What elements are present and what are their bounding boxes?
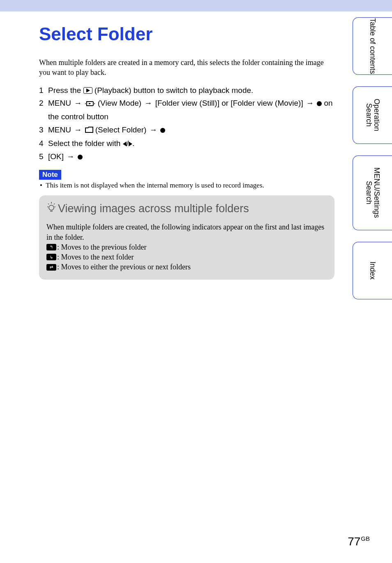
step-text: (View Mode)	[98, 99, 141, 107]
playback-icon	[83, 87, 92, 94]
center-button-icon	[78, 155, 83, 160]
step-body: MENU → (View Mode) → [Folder view (Still…	[48, 97, 334, 123]
page-region: GB	[361, 535, 370, 542]
right-arrow-icon	[129, 141, 132, 146]
period: .	[132, 139, 134, 148]
side-nav: Table of contents Operation Search MENU/…	[353, 17, 392, 299]
step-text: [OK]	[48, 152, 64, 161]
step-number: 4	[39, 137, 48, 149]
arrow-icon: →	[74, 125, 82, 134]
page-number: 77GB	[348, 535, 370, 548]
note-text: This item is not displayed when the inte…	[46, 181, 264, 189]
tab-menu-settings-search[interactable]: MENU/Settings Search	[353, 155, 392, 230]
step-number: 2	[39, 97, 48, 123]
folder-icon	[85, 125, 93, 137]
view-mode-icon	[85, 99, 96, 111]
tip-body: When multiple folders are created, the f…	[46, 222, 327, 272]
prev-folder-icon: ↰	[46, 244, 56, 250]
step-body: MENU → (Select Folder) →	[48, 124, 334, 137]
step-3: 3 MENU → (Select Folder) →	[39, 124, 334, 137]
tip-box: Viewing images across multiple folders W…	[39, 195, 334, 279]
step-text: Select the folder with	[48, 139, 123, 148]
indicator-text: : Moves to either the previous or next f…	[57, 262, 191, 272]
tab-table-of-contents[interactable]: Table of contents	[353, 17, 392, 75]
page-number-value: 77	[348, 535, 360, 548]
note-bullet: • This item is not displayed when the in…	[40, 181, 334, 190]
tab-operation-search[interactable]: Operation Search	[353, 86, 392, 144]
step-number: 3	[39, 124, 48, 137]
step-5: 5 [OK] →	[39, 151, 334, 162]
both-folder-icon: ⇄	[46, 264, 56, 271]
step-number: 1	[39, 84, 48, 96]
arrow-icon: →	[150, 125, 157, 134]
center-button-icon	[160, 128, 165, 133]
step-number: 5	[39, 151, 48, 162]
main-content: Select Folder When multiple folders are …	[0, 12, 392, 280]
step-2: 2 MENU → (View Mode) → [Folder view (Sti…	[39, 97, 334, 123]
step-text: Press the	[48, 86, 83, 95]
step-text: MENU	[48, 99, 71, 107]
left-arrow-icon	[123, 141, 127, 146]
svg-point-0	[49, 205, 54, 210]
step-text: [Folder view (Still)] or [Folder view (M…	[155, 99, 303, 107]
tip-title-text: Viewing images across multiple folders	[58, 202, 249, 215]
arrow-icon: →	[144, 99, 152, 107]
tip-intro: When multiple folders are created, the f…	[46, 222, 327, 242]
step-4: 4 Select the folder with /.	[39, 137, 334, 149]
step-text: (Playback) button to switch to playback …	[95, 86, 254, 95]
hint-icon	[46, 201, 56, 216]
indicator-line: ⇄ : Moves to either the previous or next…	[46, 262, 327, 272]
arrow-icon: →	[67, 152, 74, 161]
step-body: [OK] →	[48, 151, 334, 162]
tab-index[interactable]: Index	[353, 242, 392, 299]
indicator-line: ↰ : Moves to the previous folder	[46, 242, 327, 252]
tip-title: Viewing images across multiple folders	[46, 201, 327, 216]
note-label: Note	[39, 170, 61, 180]
step-text: MENU	[48, 125, 71, 134]
step-body: Press the (Playback) button to switch to…	[48, 84, 334, 96]
arrow-icon: →	[74, 99, 82, 107]
next-folder-icon: ↳	[46, 254, 56, 260]
arrow-icon: →	[306, 99, 314, 107]
indicator-text: : Moves to the previous folder	[57, 242, 146, 252]
header-bar	[0, 0, 392, 12]
step-text: (Select Folder)	[95, 125, 147, 134]
steps-list: 1 Press the (Playback) button to switch …	[39, 84, 334, 163]
intro-text: When multiple folders are created in a m…	[39, 58, 334, 78]
center-button-icon	[317, 101, 322, 106]
step-1: 1 Press the (Playback) button to switch …	[39, 84, 334, 96]
indicator-text: : Moves to the next folder	[57, 252, 134, 262]
step-body: Select the folder with /.	[48, 137, 334, 149]
page-title: Select Folder	[39, 24, 334, 44]
indicator-line: ↳ : Moves to the next folder	[46, 252, 327, 262]
